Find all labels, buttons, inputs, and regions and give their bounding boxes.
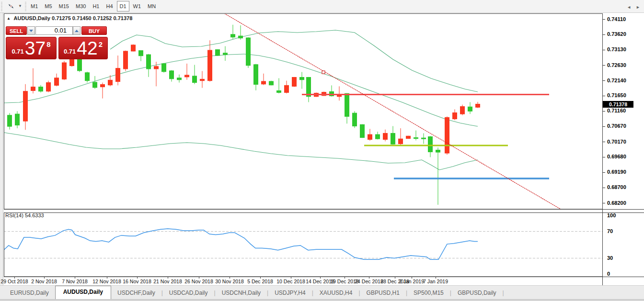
chart-tab-sp500-m15[interactable]: SP500,M15 bbox=[407, 287, 450, 299]
timeframe-button-mn[interactable]: MN bbox=[145, 1, 159, 11]
buy-price-button[interactable]: 0.71 42 2 bbox=[58, 37, 108, 59]
bull-candle bbox=[31, 87, 35, 91]
bull-candle bbox=[399, 139, 403, 144]
chart-symbol-period: AUDUSD,Daily bbox=[14, 15, 50, 21]
bear-candle bbox=[147, 55, 151, 69]
chart-tab-eurusd-daily[interactable]: EURUSD,Daily bbox=[4, 287, 55, 299]
bollinger-upper-line bbox=[110, 30, 478, 92]
price-tick-mark bbox=[603, 172, 605, 173]
trendline-marker[interactable] bbox=[322, 71, 325, 74]
bull-candle bbox=[368, 134, 372, 139]
toolbar-grip-2[interactable] bbox=[25, 2, 26, 11]
price-tick-label: 0.73620 bbox=[607, 31, 626, 37]
date-axis[interactable]: 29 Oct 20182 Nov 20187 Nov 201812 Nov 20… bbox=[0, 277, 644, 285]
bear-candle bbox=[422, 138, 426, 139]
price-axis[interactable]: 0.741100.736200.731300.726300.721400.716… bbox=[603, 13, 644, 277]
tab-separator: | bbox=[503, 290, 504, 299]
price-tick-label: 0.71650 bbox=[607, 92, 626, 98]
price-tick-label: 0.69680 bbox=[607, 154, 626, 159]
price-tick-mark bbox=[603, 111, 605, 111]
bull-candle bbox=[116, 68, 120, 82]
timeframe-button-d1[interactable]: D1 bbox=[117, 1, 129, 11]
bear-candle bbox=[330, 91, 334, 96]
descending-trendline[interactable] bbox=[224, 13, 561, 209]
bull-candle bbox=[406, 136, 411, 138]
volume-decrease-button[interactable] bbox=[27, 26, 35, 35]
chart-tab-gbpusd-daily[interactable]: GBPUSD,Daily bbox=[451, 287, 503, 299]
chart-tab-usdjpy-h4[interactable]: USDJPY,H4 bbox=[268, 287, 311, 299]
trend-arrows-icon bbox=[8, 3, 14, 10]
volume-input[interactable]: 0.01 bbox=[35, 26, 73, 35]
bear-candle bbox=[8, 115, 12, 126]
trading-terminal-window: ▼ M1M5M15M30H1H4D1W1MN ▲ AUDUSD,Daily 0.… bbox=[0, 0, 644, 301]
bull-candle bbox=[154, 67, 159, 69]
timeframe-button-m5[interactable]: M5 bbox=[42, 1, 55, 11]
window-left-edge bbox=[0, 13, 3, 301]
bull-candle bbox=[131, 45, 136, 51]
bull-candle bbox=[337, 94, 342, 97]
tab-scroll-right-icon[interactable]: ► bbox=[636, 4, 640, 10]
bull-candle bbox=[185, 75, 189, 77]
price-tick-mark bbox=[603, 203, 605, 203]
timeframe-button-m15[interactable]: M15 bbox=[56, 1, 72, 11]
trend-arrows-tool-button[interactable] bbox=[5, 1, 17, 11]
bull-candle bbox=[292, 78, 297, 87]
price-tick-mark bbox=[603, 142, 605, 142]
chart-tab-usdchf-daily[interactable]: USDCHF,Daily bbox=[111, 287, 161, 299]
tab-scroll-left-icon[interactable]: ◄ bbox=[627, 4, 631, 10]
sell-price-button[interactable]: 0.71 37 8 bbox=[6, 37, 57, 59]
date-tick-label: 30 Nov 2018 bbox=[215, 279, 244, 284]
chart-tab-audusd-daily[interactable]: AUDUSD,Daily bbox=[55, 286, 111, 299]
rsi-tick-label: 100 bbox=[607, 212, 616, 218]
bull-candle bbox=[314, 93, 319, 97]
bear-candle bbox=[277, 90, 281, 92]
sell-button[interactable]: SELL bbox=[6, 26, 27, 35]
timeframe-button-h4[interactable]: H4 bbox=[103, 1, 115, 11]
bear-candle bbox=[231, 34, 235, 37]
rsi-indicator-label: RSI(14) 54.6333 bbox=[5, 212, 44, 218]
bear-candle bbox=[300, 78, 304, 80]
date-tick-label: 29 Oct 2018 bbox=[0, 279, 28, 284]
bear-candle bbox=[216, 50, 220, 56]
chart-tab-xauusd-h4[interactable]: XAUUSD,H4 bbox=[313, 287, 359, 299]
sell-price-pipette: 8 bbox=[46, 40, 50, 48]
tool-dropdown-caret-icon[interactable]: ▼ bbox=[17, 1, 23, 11]
bull-candle bbox=[285, 85, 289, 92]
toolbar-grip[interactable] bbox=[1, 2, 2, 11]
timeframe-button-m30[interactable]: M30 bbox=[73, 1, 89, 11]
buy-button[interactable]: BUY bbox=[81, 26, 107, 35]
price-tick-mark bbox=[603, 65, 605, 66]
bear-candle bbox=[170, 71, 174, 79]
timeframe-button-w1[interactable]: W1 bbox=[130, 1, 144, 11]
chart-tab-usdcad-daily[interactable]: USDCAD,Daily bbox=[163, 287, 214, 299]
bollinger-lower-line bbox=[4, 133, 478, 170]
buy-price-base: 0.71 bbox=[64, 48, 76, 55]
bear-candle bbox=[177, 78, 182, 80]
bear-candle bbox=[39, 87, 43, 91]
bear-candle bbox=[414, 138, 418, 139]
timeframe-button-h1[interactable]: H1 bbox=[90, 1, 102, 11]
rsi-tick-label: 70 bbox=[607, 228, 613, 234]
timeframe-button-m1[interactable]: M1 bbox=[28, 1, 41, 11]
date-tick-label: 12 Nov 2018 bbox=[92, 279, 121, 284]
bear-candle bbox=[468, 107, 472, 111]
price-tick-mark bbox=[603, 19, 605, 20]
price-tick-label: 0.68700 bbox=[607, 184, 626, 190]
price-tick-label: 0.74110 bbox=[607, 16, 626, 22]
price-tick-label: 0.70670 bbox=[607, 123, 626, 129]
bear-candle bbox=[391, 133, 395, 144]
bull-candle bbox=[200, 79, 205, 80]
bear-candle bbox=[162, 64, 166, 72]
chart-tab-gbpusd-h1[interactable]: GBPUSD,H1 bbox=[360, 287, 406, 299]
spinner-up-icon bbox=[75, 30, 79, 32]
bear-candle bbox=[93, 82, 97, 88]
bear-candle bbox=[246, 38, 251, 66]
price-tick-mark bbox=[603, 80, 605, 81]
bull-candle bbox=[445, 117, 449, 153]
rsi-pane-layer bbox=[1, 229, 602, 259]
price-tick-mark bbox=[603, 96, 605, 96]
buy-price-pips: 42 bbox=[77, 39, 97, 58]
volume-increase-button[interactable] bbox=[73, 26, 80, 35]
chart-tab-usdcnh-daily[interactable]: USDCNH,Daily bbox=[216, 287, 267, 299]
bull-candle bbox=[55, 78, 59, 86]
